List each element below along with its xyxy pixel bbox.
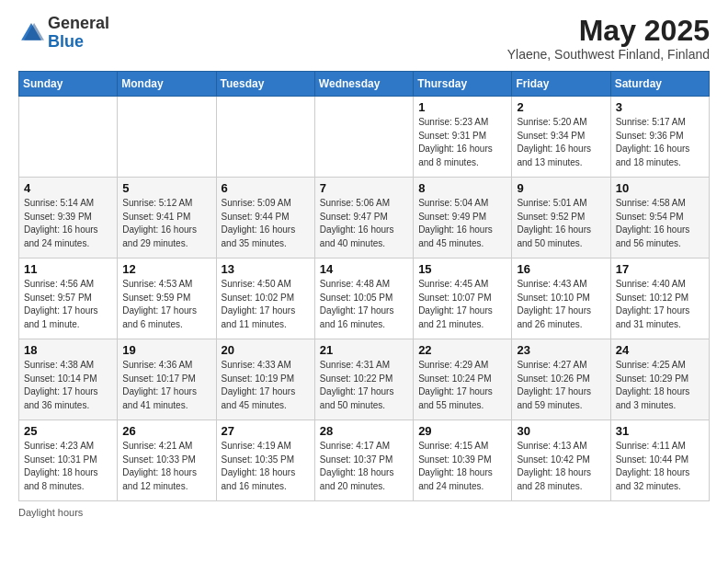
day-cell — [118, 97, 216, 178]
day-cell: 20Sunrise: 4:33 AM Sunset: 10:19 PM Dayl… — [216, 339, 314, 420]
day-cell: 19Sunrise: 4:36 AM Sunset: 10:17 PM Dayl… — [118, 339, 216, 420]
logo-text: General Blue — [48, 15, 109, 52]
day-number: 14 — [320, 262, 408, 276]
day-info: Sunrise: 4:58 AM Sunset: 9:54 PM Dayligh… — [616, 197, 704, 250]
day-info: Sunrise: 4:21 AM Sunset: 10:33 PM Daylig… — [122, 440, 210, 493]
day-cell: 26Sunrise: 4:21 AM Sunset: 10:33 PM Dayl… — [118, 420, 216, 501]
day-number: 22 — [418, 343, 506, 357]
day-cell: 24Sunrise: 4:25 AM Sunset: 10:29 PM Dayl… — [610, 339, 709, 420]
day-info: Sunrise: 4:33 AM Sunset: 10:19 PM Daylig… — [222, 359, 310, 412]
day-info: Sunrise: 4:50 AM Sunset: 10:02 PM Daylig… — [222, 278, 310, 331]
day-info: Sunrise: 5:09 AM Sunset: 9:44 PM Dayligh… — [222, 197, 310, 250]
day-cell: 27Sunrise: 4:19 AM Sunset: 10:35 PM Dayl… — [216, 420, 314, 501]
page: General Blue May 2025 Ylaene, Southwest … — [0, 0, 728, 563]
day-info: Sunrise: 4:56 AM Sunset: 9:57 PM Dayligh… — [24, 278, 112, 331]
day-number: 13 — [222, 262, 310, 276]
day-info: Sunrise: 4:53 AM Sunset: 9:59 PM Dayligh… — [122, 278, 210, 331]
day-number: 8 — [418, 181, 506, 195]
day-info: Sunrise: 5:14 AM Sunset: 9:39 PM Dayligh… — [24, 197, 112, 250]
day-info: Sunrise: 4:45 AM Sunset: 10:07 PM Daylig… — [418, 278, 506, 331]
day-info: Sunrise: 4:25 AM Sunset: 10:29 PM Daylig… — [616, 359, 704, 412]
day-info: Sunrise: 5:04 AM Sunset: 9:49 PM Dayligh… — [418, 197, 506, 250]
day-cell: 23Sunrise: 4:27 AM Sunset: 10:26 PM Dayl… — [512, 339, 610, 420]
day-cell: 11Sunrise: 4:56 AM Sunset: 9:57 PM Dayli… — [19, 259, 118, 339]
day-number: 29 — [418, 424, 506, 438]
day-cell: 7Sunrise: 5:06 AM Sunset: 9:47 PM Daylig… — [314, 178, 413, 259]
day-number: 2 — [517, 100, 605, 114]
day-cell: 5Sunrise: 5:12 AM Sunset: 9:41 PM Daylig… — [118, 178, 216, 259]
day-info: Sunrise: 4:31 AM Sunset: 10:22 PM Daylig… — [320, 359, 408, 412]
calendar-body: 1Sunrise: 5:23 AM Sunset: 9:31 PM Daylig… — [19, 97, 710, 501]
day-number: 27 — [222, 424, 310, 438]
day-info: Sunrise: 5:20 AM Sunset: 9:34 PM Dayligh… — [517, 116, 605, 169]
day-number: 31 — [616, 424, 704, 438]
day-cell: 18Sunrise: 4:38 AM Sunset: 10:14 PM Dayl… — [19, 339, 118, 420]
col-tuesday: Tuesday — [216, 72, 314, 97]
day-cell: 29Sunrise: 4:15 AM Sunset: 10:39 PM Dayl… — [414, 420, 512, 501]
day-cell: 6Sunrise: 5:09 AM Sunset: 9:44 PM Daylig… — [216, 178, 314, 259]
day-cell: 28Sunrise: 4:17 AM Sunset: 10:37 PM Dayl… — [314, 420, 413, 501]
col-sunday: Sunday — [19, 72, 118, 97]
day-number: 6 — [222, 181, 310, 195]
day-number: 26 — [122, 424, 210, 438]
week-row-3: 18Sunrise: 4:38 AM Sunset: 10:14 PM Dayl… — [19, 339, 710, 420]
day-info: Sunrise: 5:06 AM Sunset: 9:47 PM Dayligh… — [320, 197, 408, 250]
day-cell: 2Sunrise: 5:20 AM Sunset: 9:34 PM Daylig… — [512, 97, 610, 178]
day-cell: 14Sunrise: 4:48 AM Sunset: 10:05 PM Dayl… — [314, 259, 413, 339]
day-info: Sunrise: 5:23 AM Sunset: 9:31 PM Dayligh… — [418, 116, 506, 169]
week-row-0: 1Sunrise: 5:23 AM Sunset: 9:31 PM Daylig… — [19, 97, 710, 178]
day-cell: 21Sunrise: 4:31 AM Sunset: 10:22 PM Dayl… — [314, 339, 413, 420]
day-cell: 12Sunrise: 4:53 AM Sunset: 9:59 PM Dayli… — [118, 259, 216, 339]
day-cell: 8Sunrise: 5:04 AM Sunset: 9:49 PM Daylig… — [414, 178, 512, 259]
day-number: 15 — [418, 262, 506, 276]
subtitle: Ylaene, Southwest Finland, Finland — [507, 47, 710, 62]
month-title: May 2025 — [507, 15, 710, 47]
day-number: 17 — [616, 262, 704, 276]
title-block: May 2025 Ylaene, Southwest Finland, Finl… — [507, 15, 710, 62]
day-cell: 9Sunrise: 5:01 AM Sunset: 9:52 PM Daylig… — [512, 178, 610, 259]
day-cell: 16Sunrise: 4:43 AM Sunset: 10:10 PM Dayl… — [512, 259, 610, 339]
logo-icon — [18, 20, 44, 46]
weekday-row: Sunday Monday Tuesday Wednesday Thursday… — [19, 72, 710, 97]
day-number: 18 — [24, 343, 112, 357]
day-number: 3 — [616, 100, 704, 114]
day-cell: 1Sunrise: 5:23 AM Sunset: 9:31 PM Daylig… — [414, 97, 512, 178]
day-number: 28 — [320, 424, 408, 438]
day-info: Sunrise: 4:11 AM Sunset: 10:44 PM Daylig… — [616, 440, 704, 493]
day-info: Sunrise: 4:23 AM Sunset: 10:31 PM Daylig… — [24, 440, 112, 493]
day-number: 16 — [517, 262, 605, 276]
day-number: 11 — [24, 262, 112, 276]
col-friday: Friday — [512, 72, 610, 97]
day-number: 5 — [122, 181, 210, 195]
col-monday: Monday — [118, 72, 216, 97]
day-info: Sunrise: 4:38 AM Sunset: 10:14 PM Daylig… — [24, 359, 112, 412]
calendar-table: Sunday Monday Tuesday Wednesday Thursday… — [18, 71, 710, 501]
day-number: 24 — [616, 343, 704, 357]
day-cell: 13Sunrise: 4:50 AM Sunset: 10:02 PM Dayl… — [216, 259, 314, 339]
logo: General Blue — [18, 15, 109, 52]
day-cell — [216, 97, 314, 178]
day-info: Sunrise: 4:13 AM Sunset: 10:42 PM Daylig… — [517, 440, 605, 493]
day-info: Sunrise: 5:12 AM Sunset: 9:41 PM Dayligh… — [122, 197, 210, 250]
col-thursday: Thursday — [414, 72, 512, 97]
footer-text: Daylight hours — [18, 507, 83, 518]
day-number: 4 — [24, 181, 112, 195]
day-cell: 4Sunrise: 5:14 AM Sunset: 9:39 PM Daylig… — [19, 178, 118, 259]
week-row-2: 11Sunrise: 4:56 AM Sunset: 9:57 PM Dayli… — [19, 259, 710, 339]
day-info: Sunrise: 4:27 AM Sunset: 10:26 PM Daylig… — [517, 359, 605, 412]
day-info: Sunrise: 4:40 AM Sunset: 10:12 PM Daylig… — [616, 278, 704, 331]
day-info: Sunrise: 4:17 AM Sunset: 10:37 PM Daylig… — [320, 440, 408, 493]
day-info: Sunrise: 4:43 AM Sunset: 10:10 PM Daylig… — [517, 278, 605, 331]
day-cell — [19, 97, 118, 178]
col-saturday: Saturday — [610, 72, 709, 97]
day-info: Sunrise: 4:19 AM Sunset: 10:35 PM Daylig… — [222, 440, 310, 493]
week-row-1: 4Sunrise: 5:14 AM Sunset: 9:39 PM Daylig… — [19, 178, 710, 259]
day-number: 10 — [616, 181, 704, 195]
week-row-4: 25Sunrise: 4:23 AM Sunset: 10:31 PM Dayl… — [19, 420, 710, 501]
day-cell: 22Sunrise: 4:29 AM Sunset: 10:24 PM Dayl… — [414, 339, 512, 420]
day-info: Sunrise: 5:17 AM Sunset: 9:36 PM Dayligh… — [616, 116, 704, 169]
day-info: Sunrise: 4:29 AM Sunset: 10:24 PM Daylig… — [418, 359, 506, 412]
day-number: 21 — [320, 343, 408, 357]
day-number: 19 — [122, 343, 210, 357]
day-cell: 17Sunrise: 4:40 AM Sunset: 10:12 PM Dayl… — [610, 259, 709, 339]
